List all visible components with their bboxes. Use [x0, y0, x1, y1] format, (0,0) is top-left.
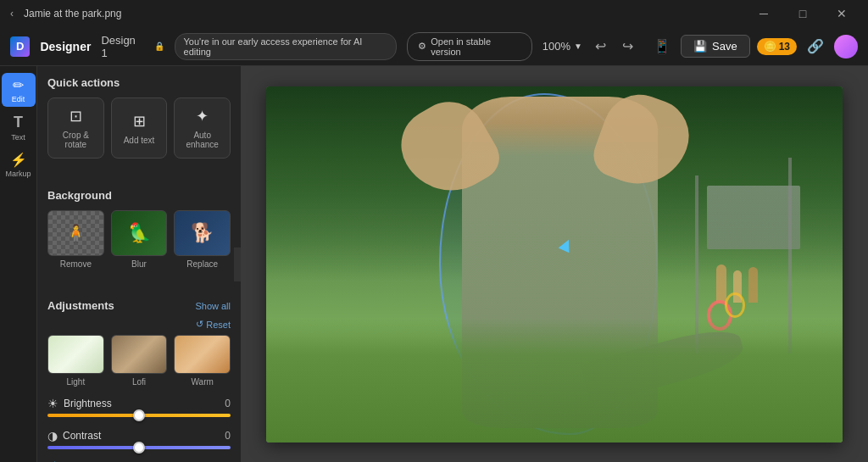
brightness-header: ☀ Brightness 0 — [47, 397, 231, 410]
window-title: Jamie at the park.png — [24, 8, 121, 19]
close-button[interactable]: ✕ — [822, 0, 861, 27]
contrast-label-row: ◑ Contrast — [47, 429, 101, 443]
early-access-badge: You're in our early access experience fo… — [175, 33, 398, 60]
sidebar-collapse-button[interactable]: ‹ — [234, 248, 241, 281]
rail-item-markup[interactable]: ⚡ Markup — [2, 148, 36, 181]
design-name[interactable]: Design 1 — [101, 34, 143, 59]
filter-light-label: Light — [66, 377, 85, 387]
background-title: Background — [47, 189, 231, 202]
add-text-label: Add text — [124, 136, 155, 145]
adjustments-header: Adjustments Show all — [47, 299, 231, 312]
bg-blur-thumb: 🦜 — [111, 210, 168, 256]
bg-blur-label: Blur — [131, 259, 147, 269]
reset-button[interactable]: ↺ Reset — [196, 319, 231, 330]
app-logo: D — [10, 36, 30, 57]
show-all-button[interactable]: Show all — [195, 301, 231, 311]
hula-hoop-2 — [725, 292, 745, 318]
points-badge: 🪙 13 — [757, 38, 797, 55]
app-name: Designer — [40, 40, 91, 53]
quick-actions-grid: ⊡ Crop & rotate ⊞ Add text ✦ Auto enhanc… — [47, 97, 231, 159]
window-controls: ─ □ ✕ — [744, 0, 861, 27]
background-grid: 🧍 Remove 🦜 Blur 🐕 Replace — [47, 210, 231, 269]
early-access-text: You're in our early access experience fo… — [184, 36, 388, 57]
rail-item-text[interactable]: T Text — [2, 110, 36, 144]
user-avatar[interactable] — [834, 35, 858, 58]
brightness-label-row: ☀ Brightness — [47, 397, 112, 410]
save-icon: 💾 — [693, 40, 707, 53]
zoom-value: 100% — [542, 40, 570, 53]
brightness-icon: ☀ — [47, 397, 58, 410]
save-button[interactable]: 💾 Save — [681, 35, 750, 58]
filter-light-thumb — [47, 335, 104, 374]
quick-actions-title: Quick actions — [47, 76, 231, 89]
title-bar-left: ‹ Jamie at the park.png — [7, 8, 121, 19]
minimize-button[interactable]: ─ — [744, 0, 783, 27]
filter-grid: Light Lofi Warm — [47, 335, 231, 387]
brightness-value: 0 — [225, 398, 231, 409]
bg-person-3 — [748, 267, 758, 303]
bg-blur-card[interactable]: 🦜 Blur — [111, 210, 168, 269]
crop-rotate-action[interactable]: ⊡ Crop & rotate — [47, 97, 104, 159]
brightness-track[interactable] — [47, 414, 231, 417]
filter-warm-label: Warm — [192, 377, 214, 387]
brightness-thumb[interactable] — [133, 409, 145, 421]
contrast-value: 0 — [225, 430, 231, 442]
add-text-icon: ⊞ — [133, 112, 146, 131]
maximize-button[interactable]: □ — [783, 0, 822, 27]
filter-warm-thumb — [174, 335, 231, 374]
filter-light-card[interactable]: Light — [47, 335, 104, 387]
markup-icon: ⚡ — [10, 152, 27, 168]
filter-lofi-thumb — [111, 335, 168, 374]
settings-icon: ⚙ — [418, 41, 426, 52]
redo-button[interactable]: ↪ — [616, 35, 640, 58]
lock-icon: 🔒 — [154, 42, 164, 51]
stable-version-button[interactable]: ⚙ Open in stable version — [407, 32, 532, 61]
auto-enhance-icon: ✦ — [196, 107, 209, 125]
add-text-action[interactable]: ⊞ Add text — [111, 97, 168, 159]
main-content: ✏ Edit T Text ⚡ Markup Quick actions ⊡ C… — [0, 66, 868, 462]
crop-rotate-label: Crop & rotate — [53, 131, 98, 149]
app-bar-center: 100% ▼ ↩ ↪ — [542, 35, 640, 58]
back-icon[interactable]: ‹ — [7, 8, 17, 19]
chevron-down-icon: ▼ — [574, 42, 582, 51]
reset-icon: ↺ — [196, 319, 203, 330]
contrast-label: Contrast — [63, 430, 101, 442]
brightness-slider-section: ☀ Brightness 0 — [47, 397, 231, 420]
points-value: 13 — [779, 41, 790, 53]
text-icon: T — [14, 114, 23, 131]
undo-redo-group: ↩ ↪ — [589, 35, 640, 58]
canvas-image — [266, 86, 843, 443]
bg-replace-card[interactable]: 🐕 Replace — [174, 210, 231, 269]
filter-lofi-card[interactable]: Lofi — [111, 335, 168, 387]
title-bar: ‹ Jamie at the park.png ─ □ ✕ — [0, 0, 868, 27]
cursor-indicator — [560, 239, 572, 251]
grass-bottom — [266, 318, 843, 443]
contrast-thumb[interactable] — [133, 442, 145, 454]
icon-rail: ✏ Edit T Text ⚡ Markup — [0, 66, 37, 462]
contrast-header: ◑ Contrast 0 — [47, 429, 231, 443]
sidebar-panel: Quick actions ⊡ Crop & rotate ⊞ Add text… — [37, 66, 241, 462]
filter-lofi-label: Lofi — [132, 377, 146, 387]
contrast-icon: ◑ — [47, 429, 58, 443]
rail-label-text: Text — [11, 133, 25, 142]
filter-warm-card[interactable]: Warm — [174, 335, 231, 387]
mobile-preview-button[interactable]: 📱 — [650, 35, 674, 58]
zoom-control[interactable]: 100% ▼ — [542, 40, 582, 53]
contrast-track[interactable] — [47, 446, 231, 449]
auto-enhance-action[interactable]: ✦ Auto enhance — [174, 97, 231, 159]
bg-replace-label: Replace — [186, 259, 218, 269]
bg-remove-label: Remove — [60, 259, 92, 269]
bg-remove-thumb: 🧍 — [47, 210, 104, 256]
brightness-label: Brightness — [64, 398, 112, 409]
undo-button[interactable]: ↩ — [589, 35, 613, 58]
rail-item-edit[interactable]: ✏ Edit — [2, 73, 36, 107]
bg-replace-thumb: 🐕 — [174, 210, 231, 256]
share-button[interactable]: 🔗 — [804, 35, 827, 58]
adjustments-title: Adjustments — [47, 299, 114, 312]
bg-remove-card[interactable]: 🧍 Remove — [47, 210, 104, 269]
crop-rotate-icon: ⊡ — [70, 107, 82, 125]
edit-icon: ✏ — [13, 77, 24, 93]
auto-enhance-label: Auto enhance — [180, 131, 225, 149]
canvas-area[interactable] — [241, 66, 868, 462]
rail-label-markup: Markup — [5, 170, 31, 178]
